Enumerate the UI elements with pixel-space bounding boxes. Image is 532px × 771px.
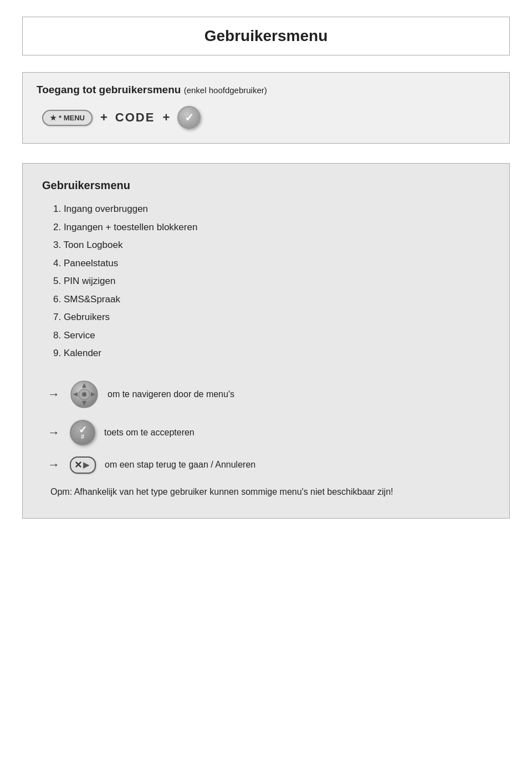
nav-instructions: → bbox=[42, 380, 490, 499]
access-subtitle: (enkel hoofdgebruiker) bbox=[184, 85, 267, 95]
list-item: 5. PIN wijzigen bbox=[53, 274, 490, 288]
nav-row-1: → bbox=[48, 380, 490, 409]
list-item: 7. Gebruikers bbox=[53, 310, 490, 324]
star-icon: ★ bbox=[50, 114, 57, 122]
code-text: CODE bbox=[115, 110, 155, 125]
plus-sign-1: + bbox=[100, 110, 108, 125]
cancel-button-icon: ✕ ▶ bbox=[70, 456, 96, 474]
nav-text-2: toets om te accepteren bbox=[104, 428, 195, 438]
menu-list: 1. Ingang overbruggen 2. Ingangen + toes… bbox=[42, 202, 490, 361]
access-section: Toegang tot gebruikersmenu (enkel hoofdg… bbox=[22, 72, 510, 144]
nav-text-1: om te navigeren door de menu's bbox=[108, 389, 234, 399]
access-title: Toegang tot gebruikersmenu (enkel hoofdg… bbox=[37, 84, 495, 96]
menu-button[interactable]: ★ * MENU bbox=[42, 110, 93, 126]
page-title: Gebruikersmenu bbox=[34, 27, 498, 45]
list-item: 6. SMS&Spraak bbox=[53, 292, 490, 307]
list-item: 4. Paneelstatus bbox=[53, 256, 490, 271]
list-item: 2. Ingangen + toestellen blokkeren bbox=[53, 220, 490, 235]
svg-point-6 bbox=[82, 392, 86, 397]
accept-button-icon: ✓ # bbox=[70, 420, 95, 445]
plus-sign-2: + bbox=[162, 110, 170, 125]
nav-wheel-icon bbox=[70, 380, 99, 409]
x-icon: ✕ bbox=[74, 459, 82, 471]
note-text: Opm: Afhankelijk van het type gebruiker … bbox=[48, 485, 490, 499]
check-button[interactable] bbox=[177, 106, 201, 129]
access-combo: ★ * MENU + CODE + bbox=[37, 106, 495, 129]
arrow-icon-1: → bbox=[48, 387, 61, 402]
arrow-icon-3: → bbox=[48, 458, 61, 472]
nav-row-2: → ✓ # toets om te accepteren bbox=[48, 420, 490, 445]
nav-text-3: om een stap terug te gaan / Annuleren bbox=[105, 460, 255, 470]
menu-box: Gebruikersmenu 1. Ingang overbruggen 2. … bbox=[22, 163, 510, 519]
list-item: 8. Service bbox=[53, 328, 490, 343]
page-title-box: Gebruikersmenu bbox=[22, 17, 510, 55]
chevron-right-icon: ▶ bbox=[83, 460, 89, 469]
nav-row-3: → ✕ ▶ om een stap terug te gaan / Annule… bbox=[48, 456, 490, 474]
menu-box-title: Gebruikersmenu bbox=[42, 179, 490, 192]
list-item: 1. Ingang overbruggen bbox=[53, 202, 490, 216]
list-item: 3. Toon Logboek bbox=[53, 238, 490, 252]
list-item: 9. Kalender bbox=[53, 346, 490, 361]
arrow-icon-2: → bbox=[48, 425, 61, 440]
